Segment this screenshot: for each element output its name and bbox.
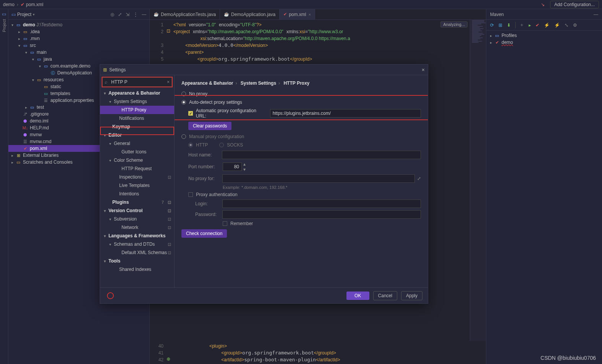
stree-plugins[interactable]: Plugins7⊡ (100, 198, 174, 206)
generate-icon[interactable]: ⊞ (498, 23, 502, 28)
stree-livetemplates[interactable]: Live Templates (100, 181, 174, 190)
stree-notifications[interactable]: Notifications (100, 114, 174, 122)
stree-vcs[interactable]: ▾Version Control⊡ (100, 206, 174, 215)
project-view-dropdown[interactable]: Project▾ (17, 12, 35, 17)
stree-defxml[interactable]: Default XML Schemas⊡ (100, 248, 174, 257)
add-icon[interactable]: ＋ (515, 22, 524, 28)
stree-colorscheme[interactable]: ▾Color Scheme (100, 156, 174, 164)
stree-general[interactable]: ▾General (100, 139, 174, 148)
toggle-icon[interactable]: ⚡ (544, 23, 550, 28)
cancel-button[interactable]: Cancel (373, 291, 397, 300)
stree-httpreq[interactable]: HTTP Request (100, 164, 174, 173)
settings-dialog: ⊞ Settings × ⌕ × ▾Appearance & Behavior … (100, 64, 428, 304)
clear-icon[interactable]: × (167, 79, 170, 85)
skip-tests-icon[interactable]: ⚡ (554, 23, 560, 28)
target-icon[interactable]: ◎ (110, 12, 114, 17)
stree-appearance[interactable]: ▾Appearance & Behavior (100, 89, 174, 97)
tab-demo-tests[interactable]: ☕DemoApplicationTests.java (150, 9, 220, 19)
maven-profiles[interactable]: ▸▭Profiles (489, 32, 600, 39)
collapse-icon[interactable]: ⇲ (126, 12, 129, 17)
stree-network[interactable]: Network⊡ (100, 223, 174, 232)
tree-main[interactable]: ▾▭main (8, 49, 149, 56)
stree-http-proxy[interactable]: HTTP Proxy (100, 106, 174, 114)
noproxy-label: No proxy for: (188, 176, 222, 181)
collapse-all-icon[interactable]: ⤡ (565, 23, 568, 28)
settings-search: ⌕ × (102, 77, 172, 87)
stree-tools[interactable]: ▾Tools (100, 257, 174, 265)
analyzing-badge: Analyzing... (440, 21, 468, 27)
checkbox-auto-url[interactable]: Automatic proxy configuration URL: (188, 108, 421, 119)
tab-pom[interactable]: ✔pom.xml× (280, 9, 315, 19)
clear-passwords-button[interactable]: Clear passwords (188, 122, 231, 130)
password-input[interactable] (222, 210, 421, 219)
settings-content: Appearance & Behavior› System Settings› … (175, 75, 428, 287)
stree-editor[interactable]: ▾Editor (100, 131, 174, 139)
hide-icon[interactable]: — (594, 12, 598, 17)
stree-intentions[interactable]: Intentions (100, 190, 174, 198)
breadcrumb-bar: demo › ✔ pom.xml ↘ Add Configuration... (0, 0, 602, 9)
project-tool-icon[interactable]: ▭ (2, 11, 6, 17)
settings-titlebar[interactable]: ⊞ Settings × (100, 64, 428, 75)
left-tool-strip: ▭ Project (0, 9, 8, 364)
login-input[interactable] (222, 200, 421, 208)
add-configuration-button[interactable]: Add Configuration... (550, 1, 599, 8)
tab-demo-app[interactable]: ☕DemoApplication.java (220, 9, 280, 19)
radio-manual[interactable]: Manual proxy configuration (181, 134, 421, 139)
build-icon[interactable]: ↘ (541, 2, 545, 7)
hide-icon[interactable]: — (142, 12, 146, 17)
minimap[interactable] (470, 20, 486, 364)
radio-auto-detect[interactable]: Auto-detect proxy settings (181, 100, 421, 105)
stree-keymap[interactable]: Keymap (100, 122, 174, 131)
radio-no-proxy[interactable]: No proxy (181, 91, 421, 97)
run-icon[interactable]: ▸ (529, 23, 531, 28)
stree-shared[interactable]: Shared Indexes (100, 265, 174, 274)
gear-icon[interactable]: ⚙ (573, 23, 577, 28)
project-panel-header: ▭ Project▾ ◎ ⤢ ⇲ ⋮ — (8, 9, 149, 20)
settings-breadcrumb: Appearance & Behavior› System Settings› … (181, 81, 421, 86)
expand-icon[interactable]: ⤢ (417, 176, 421, 181)
execute-icon[interactable]: ✔ (536, 23, 539, 28)
settings-icon[interactable]: ⋮ (133, 12, 138, 17)
tree-src[interactable]: ▾▭src (8, 42, 149, 49)
reload-icon[interactable]: ⟳ (490, 23, 494, 28)
stree-schemas[interactable]: ▾Schemas and DTDs⊡ (100, 240, 174, 248)
hostname-input[interactable] (222, 151, 421, 159)
settings-search-input[interactable] (102, 77, 172, 87)
check-connection-button[interactable]: Check connection (181, 229, 227, 238)
close-icon[interactable]: × (308, 12, 311, 17)
maven-panel-header: Maven— (486, 9, 602, 20)
intellij-icon: ⊞ (103, 67, 107, 72)
maven-demo[interactable]: ▸✔demo (489, 39, 600, 46)
stree-gutter[interactable]: Gutter Icons (100, 148, 174, 156)
stree-system[interactable]: ▾System Settings (100, 97, 174, 106)
noproxy-input[interactable] (222, 174, 415, 183)
stree-inspections[interactable]: Inspections⊡ (100, 173, 174, 181)
project-tool-label[interactable]: Project (2, 19, 6, 32)
auto-url-input[interactable] (270, 109, 421, 118)
crumb-file[interactable]: pom.xml (26, 2, 43, 7)
stepper-icon[interactable]: ▴▾ (243, 161, 246, 172)
gear-icon: ⊡ (168, 175, 171, 180)
gear-icon: ⊡ (168, 200, 171, 205)
close-icon[interactable]: × (422, 67, 425, 73)
crumb-project[interactable]: demo (3, 2, 15, 7)
download-icon[interactable]: ⬇ (507, 23, 511, 28)
search-icon: ⌕ (105, 79, 107, 85)
password-label: Password: (195, 212, 222, 217)
expand-icon[interactable]: ⤢ (118, 12, 122, 17)
help-icon[interactable] (107, 292, 114, 299)
stree-lang[interactable]: ▾Languages & Frameworks (100, 232, 174, 240)
apply-button[interactable]: Apply (401, 291, 422, 300)
port-input[interactable] (223, 163, 242, 171)
checkbox-remember[interactable]: Remember (223, 221, 421, 226)
gear-icon: ⊡ (168, 217, 171, 222)
stree-svn[interactable]: ▾Subversion⊡ (100, 215, 174, 223)
checkbox-proxy-auth[interactable]: Proxy authentication (188, 192, 421, 197)
tree-idea[interactable]: ▸▭.idea (8, 28, 149, 35)
port-label: Port number: (188, 164, 223, 169)
ok-button[interactable]: OK (346, 292, 369, 300)
tree-root[interactable]: ▾▭demo J:\Test\demo (8, 21, 149, 28)
maven-panel: Maven— ⟳ ⊞ ⬇ ＋ ▸ ✔ ⚡ ⚡ ⤡ ⚙ ▸▭Profiles ▸✔… (486, 9, 602, 364)
tree-mvn[interactable]: ▸▭.mvn (8, 35, 149, 42)
tree-java[interactable]: ▾▭java (8, 56, 149, 63)
